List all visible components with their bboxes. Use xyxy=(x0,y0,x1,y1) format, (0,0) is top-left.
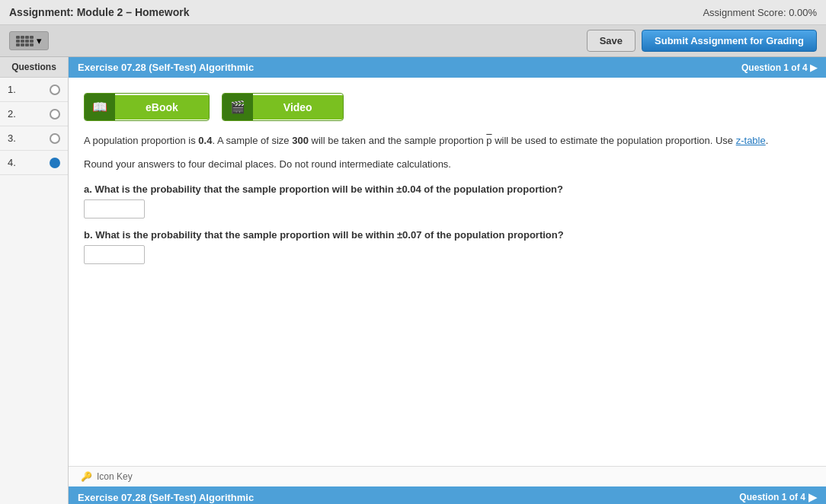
video-icon-area: 🎬 xyxy=(223,94,253,120)
grid-icon xyxy=(16,36,34,46)
question-intro: A population proportion is 0.4. A sample… xyxy=(84,133,811,149)
question-nav-bottom: Question 1 of 4 ▶ xyxy=(739,491,817,503)
part-b-label: b. What is the probability that the samp… xyxy=(84,229,811,241)
question-nav-top: Question 1 of 4 ▶ xyxy=(741,62,817,73)
video-button[interactable]: 🎬 Video xyxy=(222,93,344,121)
sidebar-item-2[interactable]: 2. xyxy=(0,102,68,126)
icon-key-label: Icon Key xyxy=(97,471,133,482)
sidebar: Questions 1. 2. 3. 4. xyxy=(0,57,69,504)
video-icon: 🎬 xyxy=(230,100,245,114)
ebook-label: eBook xyxy=(115,95,209,120)
part-b-text: What is the probability that the sample … xyxy=(93,229,564,241)
submit-button[interactable]: Submit Assignment for Grading xyxy=(642,30,817,52)
sidebar-radio-3 xyxy=(50,133,60,144)
video-label: Video xyxy=(253,95,343,120)
sidebar-item-number-2: 2. xyxy=(8,108,16,120)
resource-buttons: 📖 eBook 🎬 Video xyxy=(84,93,811,121)
value-04: 0.4 xyxy=(198,135,212,146)
sidebar-item-4[interactable]: 4. xyxy=(0,151,68,175)
z-table-link[interactable]: z-table xyxy=(736,135,766,146)
part-a-label: a. What is the probability that the samp… xyxy=(84,183,811,195)
icon-key-bar: 🔑 Icon Key xyxy=(69,466,826,486)
sidebar-radio-2 xyxy=(50,109,60,120)
chevron-down-icon: ▾ xyxy=(37,35,42,46)
part-a-letter: a. xyxy=(84,183,92,195)
save-button[interactable]: Save xyxy=(587,30,636,52)
grid-icon-button[interactable]: ▾ xyxy=(9,31,49,50)
key-icon: 🔑 xyxy=(81,471,92,482)
arrow-right-icon-top: ▶ xyxy=(810,62,817,73)
ebook-icon-area: 📖 xyxy=(85,94,115,120)
sidebar-item-number-1: 1. xyxy=(8,84,16,95)
main-layout: Questions 1. 2. 3. 4. Exercise 07.28 (Se… xyxy=(0,57,826,504)
sidebar-item-number-3: 3. xyxy=(8,132,16,144)
arrow-right-icon-bottom: ▶ xyxy=(808,491,817,503)
part-a-input[interactable] xyxy=(84,199,145,219)
question-note: Round your answers to four decimal place… xyxy=(84,157,811,173)
toolbar: ▾ Save Submit Assignment for Grading xyxy=(0,25,826,57)
sidebar-item-3[interactable]: 3. xyxy=(0,126,68,151)
sidebar-radio-1 xyxy=(50,85,60,95)
sidebar-item-1[interactable]: 1. xyxy=(0,78,68,102)
sidebar-item-number-4: 4. xyxy=(8,157,16,168)
exercise-label-bottom: Exercise 07.28 (Self-Test) Algorithmic xyxy=(78,492,254,503)
content-body: 📖 eBook 🎬 Video A population proportion … xyxy=(69,78,826,466)
question-nav-text-bottom: Question 1 of 4 xyxy=(739,492,805,502)
ebook-button[interactable]: 📖 eBook xyxy=(84,93,210,121)
toolbar-left: ▾ xyxy=(9,31,581,50)
p-bar-symbol: p xyxy=(486,135,491,146)
sidebar-header: Questions xyxy=(0,57,68,78)
question-nav-text-top: Question 1 of 4 xyxy=(741,62,808,73)
exercise-label-top: Exercise 07.28 (Self-Test) Algorithmic xyxy=(78,62,254,73)
content-top-bar: Exercise 07.28 (Self-Test) Algorithmic Q… xyxy=(69,57,826,78)
part-b-input[interactable] xyxy=(84,245,145,264)
book-icon: 📖 xyxy=(92,100,107,114)
sidebar-radio-4 xyxy=(50,158,60,168)
assignment-score: Assignment Score: 0.00% xyxy=(703,7,817,18)
part-b-letter: b. xyxy=(84,229,93,241)
top-header: Assignment: Module 2 – Homework Assignme… xyxy=(0,0,826,25)
assignment-title: Assignment: Module 2 – Homework xyxy=(9,6,189,18)
value-300: 300 xyxy=(292,135,309,146)
bottom-bar: Exercise 07.28 (Self-Test) Algorithmic Q… xyxy=(69,486,826,504)
part-a-text: What is the probability that the sample … xyxy=(92,183,563,195)
content-area: Exercise 07.28 (Self-Test) Algorithmic Q… xyxy=(69,57,826,504)
